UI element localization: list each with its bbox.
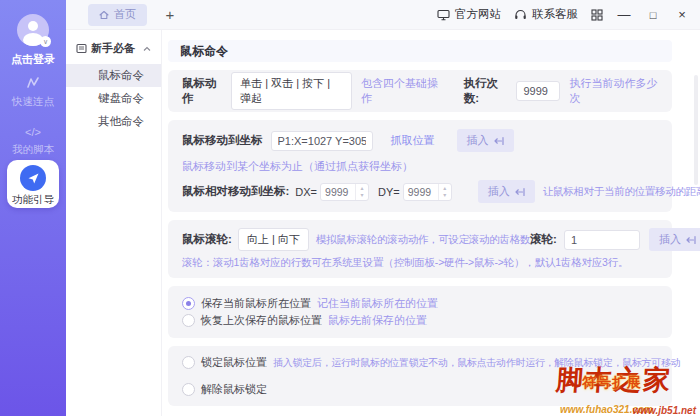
nav-item-mouse-commands[interactable]: 鼠标命令 [66,64,161,87]
mouse-action-select[interactable]: 单击 | 双击 | 按下 | 弹起 [231,72,352,110]
main-panel: 鼠标命令 鼠标动作 单击 | 双击 | 按下 | 弹起 包含四个基础操作 执行次… [162,30,700,416]
relative-move-label: 鼠标相对移动到坐标: [182,184,289,199]
nav-item-keyboard-commands[interactable]: 键盘命令 [66,87,161,110]
move-label: 鼠标移动到坐标 [182,133,263,148]
book-icon [76,43,87,54]
dx-label: DX= [295,186,317,198]
headset-icon [514,9,527,21]
radio-row-save-current[interactable]: 保存当前鼠标所在位置 记住当前鼠标所在的位置 [182,296,658,311]
radio-unlock-position[interactable] [182,383,195,396]
close-icon[interactable]: × [674,7,690,23]
code-icon: </> [0,124,66,140]
command-nav: 新手必备 鼠标命令 键盘命令 其他命令 [66,30,162,416]
login-button[interactable]: 点击登录 [0,52,66,67]
tab-home[interactable]: 首页 [88,4,147,26]
card-save-position: 保存当前鼠标所在位置 记住当前鼠标所在的位置 恢复上次保存的鼠标位置 鼠标先前保… [168,286,672,338]
cards: 鼠标动作 单击 | 双击 | 按下 | 弹起 包含四个基础操作 执行次数: 执行… [168,62,672,406]
radio-row-lock[interactable]: 锁定鼠标位置 插入锁定后，运行时鼠标的位置锁定不动，鼠标点击动作时运行，解除鼠标… [182,355,658,370]
radio-lock-position[interactable] [182,356,195,369]
tab-bar: 首页 + 官方网站 [66,0,700,30]
card-mouse-action: 鼠标动作 单击 | 双击 | 按下 | 弹起 包含四个基础操作 执行次数: 执行… [168,70,672,112]
nav-group-label: 新手必备 [91,41,135,56]
monitor-icon [437,9,450,21]
wheel-count-input[interactable] [564,230,640,250]
paper-plane-icon [20,165,46,191]
avatar-badge-icon: ∨ [40,36,51,47]
insert-relative-button[interactable]: 插入 [478,180,535,203]
card-mouse-move: 鼠标移动到坐标 抓取位置 插入 鼠标移动到某个坐标为止（通过抓点获得坐标） [168,120,672,212]
dx-stepper[interactable]: 9999 ▴▾ [320,183,369,201]
wheel-hint: 模拟鼠标滚轮的滚动动作，可设定滚动的齿格数 [316,233,530,247]
sidebar-item-quick-click[interactable]: 快速连点 [0,76,66,109]
official-site-button[interactable]: 官方网站 [437,7,501,22]
radio-restore-saved[interactable] [182,314,195,327]
mouse-action-label: 鼠标动作 [182,76,223,106]
sidebar: ∨ 点击登录 快速连点 </> 我的脚本 功能引导 [0,0,66,416]
dy-label: DY= [378,186,400,198]
minimize-icon[interactable]: — [616,7,632,23]
insert-wheel-button[interactable]: 插入 [649,228,700,251]
house-icon [99,10,109,20]
mouse-action-hint: 包含四个基础操作 [361,76,440,106]
stepper-arrows-icon[interactable]: ▴▾ [438,184,451,200]
titlebar-controls: 官方网站 联系客服 [437,7,700,23]
insert-move-button[interactable]: 插入 [457,129,514,152]
app-window: ∨ 点击登录 快速连点 </> 我的脚本 功能引导 [0,0,700,416]
exec-count-input[interactable] [516,81,560,101]
wheel-note: 滚轮：滚动1齿格对应的行数可在系统里设置（控制面板->硬件->鼠标->轮），默认… [182,256,628,270]
move-hint: 鼠标移动到某个坐标为止（通过抓点获得坐标） [182,159,413,174]
stepper-arrows-icon[interactable]: ▴▾ [355,184,368,200]
relative-move-hint: 让鼠标相对于当前的位置移动的距离 [543,185,700,199]
person-icon [28,21,38,31]
arrow-into-bar-icon [515,187,525,197]
chevron-up-icon [143,46,151,52]
tab-home-label: 首页 [114,7,136,22]
arrow-into-bar-icon [494,136,504,146]
nav-group-header[interactable]: 新手必备 [66,30,161,64]
move-coords-input[interactable] [271,131,373,151]
page-title: 鼠标命令 [168,40,672,62]
card-lock-position: 锁定鼠标位置 插入锁定后，运行时鼠标的位置锁定不动，鼠标点击动作时运行，解除鼠标… [168,346,672,406]
card-mouse-wheel: 鼠标滚轮: 向上 | 向下 模拟鼠标滚轮的滚动动作，可设定滚动的齿格数 滚轮: … [168,220,672,278]
exec-count-label: 执行次数: [464,76,509,106]
maximize-icon[interactable]: □ [645,7,661,23]
wheel-direction-select[interactable]: 向上 | 向下 [238,228,309,251]
arrow-into-bar-icon [686,235,696,245]
scrollbar[interactable] [694,75,698,185]
pointer-zigzag-icon [0,76,66,92]
wheel-count-label: 滚轮: [530,232,557,247]
nav-item-other-commands[interactable]: 其他命令 [66,110,161,133]
radio-row-unlock[interactable]: 解除鼠标锁定 [182,382,658,397]
new-tab-button[interactable]: + [161,6,179,23]
radio-row-restore-saved[interactable]: 恢复上次保存的鼠标位置 鼠标先前保存的位置 [182,313,658,328]
radio-save-current[interactable] [182,297,195,310]
apps-grid-icon[interactable] [591,9,603,21]
sidebar-item-my-scripts[interactable]: </> 我的脚本 [0,124,66,157]
exec-count-hint: 执行当前动作多少次 [569,76,658,106]
dy-stepper[interactable]: 9999 ▴▾ [403,183,452,201]
sidebar-item-guide-active[interactable]: 功能引导 [7,160,59,208]
wheel-label: 鼠标滚轮: [182,232,232,247]
grab-position-link[interactable]: 抓取位置 [391,133,435,148]
support-button[interactable]: 联系客服 [514,7,578,22]
